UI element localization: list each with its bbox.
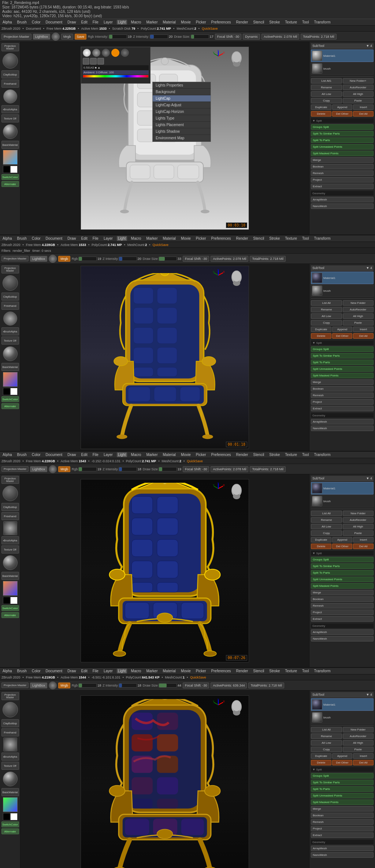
merge-4[interactable]: Merge (311, 806, 374, 812)
menubar-2[interactable]: Alpha Brush Color Document Draw Edit Fil… (0, 235, 375, 242)
rename-btn[interactable]: Rename (311, 85, 342, 90)
menu4-marker[interactable]: Marker (145, 669, 159, 673)
white-swatch-2[interactable] (10, 388, 18, 395)
remesh-btn[interactable]: Remesh (311, 170, 374, 176)
black-4[interactable] (3, 813, 10, 820)
subtool-4b[interactable]: brush (311, 711, 374, 724)
list-4[interactable]: List All (311, 727, 342, 732)
light-active-icon[interactable] (111, 49, 119, 57)
dm-lightcap[interactable]: LightCap (153, 95, 211, 102)
menu4-edit[interactable]: Edit (80, 669, 89, 673)
masked-3[interactable]: Split Masked Points (311, 583, 374, 589)
dynamic-btn[interactable]: Dynamic (243, 34, 260, 40)
light-sphere-2[interactable] (92, 49, 100, 57)
draw-size-slider[interactable] (191, 34, 209, 39)
menu-preferences[interactable]: Preferences (210, 20, 232, 25)
menu-stroke[interactable]: Stroke (268, 20, 281, 25)
split-masked-2[interactable]: Split Masked Points (311, 373, 374, 378)
all-low-btn[interactable]: All Low (311, 91, 342, 97)
delete-2[interactable]: Delete (311, 333, 331, 339)
menu-stencil[interactable]: Stencil (252, 20, 265, 25)
switch-color-btn[interactable]: SwitchColor (1, 174, 19, 180)
viewport-2[interactable]: X Y Z 00:01:18 (81, 266, 249, 449)
menu-file[interactable]: File (92, 20, 100, 25)
menu-picker[interactable]: Picker (195, 20, 207, 25)
dup-2[interactable]: Duplicate (311, 327, 331, 332)
del-4[interactable]: Delete (311, 760, 331, 765)
alternate-2[interactable]: Alternate (1, 403, 19, 409)
menu4-render[interactable]: Render (235, 669, 249, 673)
menu4-light[interactable]: Light (117, 669, 127, 673)
dm-lights-type[interactable]: Lights Type (153, 115, 211, 122)
all-high-btn[interactable]: All High (343, 91, 374, 97)
draw-slider-4[interactable] (159, 683, 177, 688)
proj-4[interactable]: Project (311, 826, 374, 831)
free-4[interactable]: Freehand (1, 728, 19, 736)
nanomesh-btn[interactable]: NanoMesh (311, 203, 374, 209)
menu2-draw[interactable]: Draw (66, 236, 77, 241)
insert-btn[interactable]: Insert (353, 104, 374, 110)
alt-4[interactable]: Alternate (1, 828, 19, 834)
autoreorder-2[interactable]: AutoReorder (343, 307, 374, 312)
nanomesh-2[interactable]: NanoMesh (311, 426, 374, 431)
menu3-layer[interactable]: Layer (103, 452, 114, 457)
menu3-document[interactable]: Document (45, 452, 64, 457)
menu4-color[interactable]: Color (31, 669, 42, 673)
list-3[interactable]: List All (311, 511, 342, 516)
extract-3[interactable]: Extract (311, 616, 374, 622)
lightbox-btn[interactable]: LightBox (33, 34, 50, 40)
rgb-slider-2[interactable] (78, 257, 97, 261)
similar-3[interactable]: Split To Similar Parts (311, 563, 374, 569)
color-swatch-1[interactable] (3, 150, 18, 165)
menu4-movie[interactable]: Movie (180, 669, 192, 673)
menu4-layer[interactable]: Layer (103, 669, 114, 673)
paste-4[interactable]: Paste (343, 747, 374, 752)
light-sub-btn-2[interactable] (90, 58, 97, 65)
menu3-preferences[interactable]: Preferences (210, 452, 232, 457)
menu2-macro[interactable]: Macro (130, 236, 142, 241)
menu2-alpha[interactable]: Alpha (1, 236, 13, 241)
boolean-btn[interactable]: Boolean (311, 164, 374, 169)
insert-4[interactable]: Insert (353, 753, 374, 759)
menu-transform[interactable]: Transform (313, 20, 331, 25)
new-folder-2[interactable]: New Folder (343, 300, 374, 306)
alt-3[interactable]: Alternate (1, 612, 19, 618)
menu-layer[interactable]: Layer (103, 20, 114, 25)
split-to-parts-btn[interactable]: Split To Parts (311, 137, 374, 143)
menu3-file[interactable]: File (92, 452, 100, 457)
menubar-1[interactable]: Alpha Brush Color Document Draw Edit Fil… (0, 19, 375, 26)
subtool-3a[interactable]: Material1 (311, 482, 374, 494)
color-bw-2[interactable] (3, 388, 18, 395)
menu3-draw[interactable]: Draw (66, 452, 77, 457)
dup-4[interactable]: Duplicate (311, 753, 331, 759)
light-sphere-5[interactable] (121, 49, 129, 57)
copy-4[interactable]: Copy (311, 747, 342, 752)
menu4-material[interactable]: Material (162, 669, 177, 673)
duplicate-btn[interactable]: Duplicate (311, 104, 331, 110)
dm-lights-placement[interactable]: Lights Placement (153, 122, 211, 128)
clay-4[interactable]: ClayBuildup (1, 719, 19, 727)
projection-l4[interactable]: Projection Master (1, 692, 19, 700)
project-2[interactable]: Project (311, 399, 374, 405)
copy-btn[interactable]: Copy (311, 98, 342, 103)
menu-marker[interactable]: Marker (145, 20, 159, 25)
menu-texture[interactable]: Texture (284, 20, 298, 25)
menu3-color[interactable]: Color (31, 452, 42, 457)
menu3-texture[interactable]: Texture (284, 452, 298, 457)
menu3-alpha[interactable]: Alpha (1, 452, 13, 457)
append-4[interactable]: Append (332, 753, 353, 759)
delete-btn[interactable]: Delete (311, 111, 331, 117)
menu3-picker[interactable]: Picker (195, 452, 207, 457)
save-btn[interactable]: Save (75, 34, 87, 40)
menu2-preferences[interactable]: Preferences (210, 236, 232, 241)
menu3-render[interactable]: Render (235, 452, 249, 457)
lightbox-btn-2[interactable]: LightBox (30, 256, 47, 262)
menu2-picker[interactable]: Picker (195, 236, 207, 241)
groups-split-btn[interactable]: Groups Split (311, 124, 374, 130)
menu3-movie[interactable]: Movie (180, 452, 192, 457)
viewport-4[interactable]: X Y Z 00:12:23 (81, 695, 249, 868)
color-swatch-bw-1[interactable] (3, 166, 18, 173)
merge-btn[interactable]: Merge (311, 157, 374, 163)
subtool-item-material1[interactable]: Material1 (311, 49, 374, 62)
dm-lights-properties[interactable]: Lights Properties (153, 82, 211, 89)
